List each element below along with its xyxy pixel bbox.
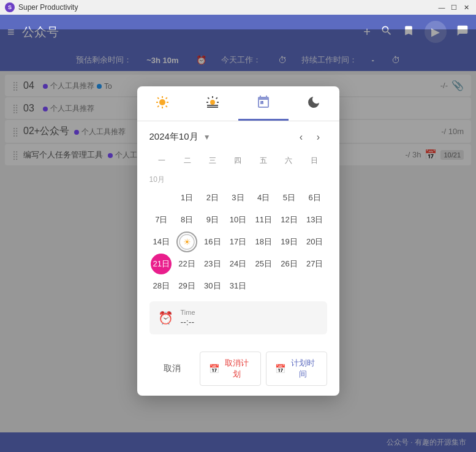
day-cell[interactable]: 14日 (151, 232, 172, 252)
day-cell[interactable]: 19日 (279, 232, 300, 252)
svg-line-6 (165, 106, 167, 107)
day-cell[interactable]: 3日 (227, 187, 248, 208)
tab-sun[interactable] (137, 86, 188, 121)
day-cell[interactable]: 30日 (202, 276, 223, 296)
minimize-button[interactable]: — (437, 2, 447, 12)
weekday: 五 (251, 153, 276, 168)
svg-line-7 (165, 97, 167, 99)
app-container: ≡ 公众号 + ▶ 预估剩余时间： ~3h 10m ⏰ 今天工作： ⏱ 持续工作… (0, 15, 476, 452)
day-cell[interactable]: 18日 (253, 232, 274, 252)
day-cell[interactable]: 8日 (176, 209, 197, 230)
app-name: Super Productivity (18, 3, 437, 12)
picker-tabs (137, 86, 339, 121)
day-cell[interactable]: 13日 (304, 209, 325, 230)
maximize-button[interactable]: ☐ (449, 2, 459, 12)
svg-line-11 (208, 97, 209, 99)
tab-sunrise[interactable] (187, 86, 238, 121)
day-cell[interactable]: 23日 (202, 254, 223, 274)
svg-line-14 (216, 97, 217, 99)
day-cell[interactable]: 9日 (202, 209, 223, 230)
svg-point-0 (159, 99, 165, 105)
day-cell[interactable]: 2日 (202, 187, 223, 208)
close-button[interactable]: ✕ (461, 2, 471, 12)
svg-rect-17 (262, 101, 263, 102)
modal-overlay[interactable]: 2024年10月 ▼ ‹ › 一 二 三 四 五 六 日 10月 (0, 29, 476, 452)
picker-actions: 取消 📅 取消计划 📅 计划时间 (137, 344, 339, 396)
day-cell-today[interactable]: ☀ (176, 232, 197, 252)
weekday: 三 (200, 153, 225, 168)
day-cell[interactable]: 29日 (176, 276, 197, 296)
month-label: 2024年10月 ▼ (149, 131, 293, 143)
day-cell[interactable]: 27日 (304, 254, 325, 274)
month-section-label: 10月 (149, 171, 327, 187)
day-cell[interactable]: 25日 (253, 254, 274, 274)
title-bar: S Super Productivity — ☐ ✕ (0, 0, 476, 15)
app-icon: S (5, 2, 15, 12)
day-cell[interactable]: 31日 (227, 276, 248, 296)
days-grid: 1日 2日 3日 4日 5日 6日 7日 8日 9日 10日 11日 12日 1… (149, 187, 327, 296)
day-cell[interactable]: 5日 (279, 187, 300, 208)
unschedule-label: 取消计划 (222, 358, 252, 380)
day-cell[interactable]: 4日 (253, 187, 274, 208)
time-input-value[interactable]: --:-- (181, 317, 195, 327)
day-cell[interactable]: 7日 (151, 209, 172, 230)
day-cell[interactable]: 11日 (253, 209, 274, 230)
tab-calendar[interactable] (238, 86, 289, 121)
day-cell-empty (279, 276, 300, 296)
schedule-button[interactable]: 📅 计划时间 (266, 352, 327, 386)
today-sun-icon: ☀ (183, 237, 191, 247)
clock-icon: ⏰ (158, 311, 173, 325)
unschedule-icon: 📅 (209, 364, 219, 374)
time-input-col: Time --:-- (181, 309, 195, 327)
day-cell-empty (253, 276, 274, 296)
dropdown-arrow-icon[interactable]: ▼ (203, 133, 211, 141)
weekday: 四 (225, 153, 251, 168)
unschedule-button[interactable]: 📅 取消计划 (200, 352, 261, 386)
day-cell-selected[interactable]: 21日 (151, 254, 172, 274)
day-cell[interactable]: 12日 (279, 209, 300, 230)
prev-month-button[interactable]: ‹ (293, 129, 310, 146)
weekdays-header: 一 二 三 四 五 六 日 (149, 153, 327, 168)
datetime-picker-modal: 2024年10月 ▼ ‹ › 一 二 三 四 五 六 日 10月 (137, 86, 339, 396)
day-cell[interactable]: 24日 (227, 254, 248, 274)
cancel-button[interactable]: 取消 (149, 358, 195, 380)
weekday: 二 (175, 153, 200, 168)
schedule-icon: 📅 (275, 364, 285, 374)
weekday: 六 (276, 153, 301, 168)
tab-moon[interactable] (289, 86, 339, 121)
time-input-label: Time (181, 309, 195, 316)
weekday: 日 (301, 153, 327, 168)
next-month-button[interactable]: › (310, 129, 327, 146)
calendar-body: 2024年10月 ▼ ‹ › 一 二 三 四 五 六 日 10月 (137, 121, 339, 344)
day-cell[interactable]: 22日 (176, 254, 197, 274)
day-cell-empty (151, 187, 172, 208)
month-nav: 2024年10月 ▼ ‹ › (149, 129, 327, 146)
day-cell[interactable]: 26日 (279, 254, 300, 274)
time-input-area[interactable]: ⏰ Time --:-- (149, 301, 327, 334)
day-cell[interactable]: 20日 (304, 232, 325, 252)
svg-line-5 (157, 97, 159, 99)
weekday: 一 (149, 153, 175, 168)
svg-point-9 (210, 100, 215, 105)
schedule-label: 计划时间 (289, 358, 318, 380)
day-cell[interactable]: 17日 (227, 232, 248, 252)
day-cell[interactable]: 16日 (202, 232, 223, 252)
window-controls: — ☐ ✕ (437, 2, 471, 12)
day-cell[interactable]: 6日 (304, 187, 325, 208)
day-cell-empty (304, 276, 325, 296)
svg-line-8 (157, 106, 159, 107)
day-cell[interactable]: 28日 (151, 276, 172, 296)
day-cell[interactable]: 1日 (176, 187, 197, 208)
day-cell[interactable]: 10日 (227, 209, 248, 230)
